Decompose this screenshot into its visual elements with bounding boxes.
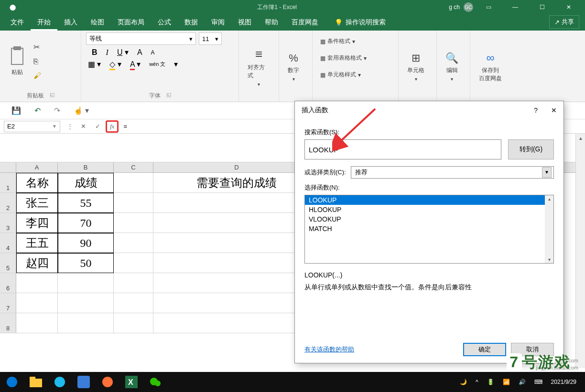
cut-icon[interactable]: ✂ [33,42,41,52]
battery-icon[interactable]: 🔋 [487,379,494,385]
table-format-button[interactable]: ▦套用表格格式 ▾ [317,52,369,64]
maximize-button[interactable]: ☐ [531,0,553,14]
cell[interactable] [58,313,114,333]
search-function-input[interactable] [304,139,501,159]
enter-formula-button[interactable]: ✓ [90,123,105,130]
copy-icon[interactable]: ⎘ [33,57,41,66]
col-header-A[interactable]: A [16,162,58,172]
editing-button[interactable]: 🔍编辑▾ [442,50,462,84]
format-painter-icon[interactable]: 🖌 [33,72,41,80]
function-list[interactable]: LOOKUP HLOOKUP VLOOKUP MATCH ▴▾ [304,195,554,264]
goto-button[interactable]: 转到(G) [508,139,554,159]
ime-icon[interactable]: ⌨ [534,379,542,385]
formula-input-start[interactable]: = [119,123,127,130]
tab-review[interactable]: 审阅 [205,14,231,31]
minimize-button[interactable]: — [504,0,527,14]
function-item[interactable]: LOOKUP [305,195,553,205]
tab-pagelayout[interactable]: 页面布局 [111,14,151,31]
tab-data[interactable]: 数据 [178,14,205,31]
cell[interactable] [114,273,153,293]
cell-styles-button[interactable]: ▦单元格样式 ▾ [317,69,364,81]
baidu-save-button[interactable]: ∞保存到 百度网盘 [475,49,506,85]
cell[interactable] [114,213,153,233]
tab-insert[interactable]: 插入 [57,14,84,31]
row-header[interactable]: 4 [0,233,16,253]
shrink-font-button[interactable]: A [151,49,155,56]
ribbon-options-icon[interactable]: ▭ [477,0,500,14]
cell[interactable] [16,313,58,333]
clipboard-launcher[interactable]: ◱ [50,92,54,100]
excel-taskbar-icon[interactable]: X [119,372,143,392]
ok-button[interactable]: 确定 [463,343,506,356]
bold-button[interactable]: B [92,48,98,57]
row-header[interactable]: 6 [0,273,16,293]
tab-formulas[interactable]: 公式 [151,14,178,31]
cell[interactable]: 李四 [16,213,58,233]
font-name-combo[interactable]: 等线▾ [86,32,196,45]
row-header[interactable]: 7 [0,293,16,313]
function-item[interactable]: VLOOKUP [305,214,553,224]
dialog-help-icon[interactable]: ? [534,106,538,114]
cell[interactable]: 90 [58,233,114,253]
font-color-button[interactable]: A ▾ [130,60,141,69]
category-combo[interactable]: 推荐 ▼ [351,166,554,179]
row-header[interactable]: 2 [0,193,16,213]
cell[interactable] [58,293,114,313]
list-scrollbar[interactable]: ▴▾ [545,195,553,263]
row-header[interactable]: 1 [0,173,16,193]
tray-expand-icon[interactable]: ^ [476,379,478,385]
close-button[interactable]: ✕ [557,0,580,14]
cell[interactable]: 赵四 [16,253,58,273]
phonetic-button[interactable]: wén 文 [149,62,165,67]
cell[interactable] [16,273,58,293]
row-header[interactable]: 5 [0,253,16,273]
tab-help[interactable]: 帮助 [258,14,285,31]
col-header-C[interactable]: C [114,162,153,172]
font-launcher[interactable]: ◱ [166,92,171,100]
tell-me[interactable]: 操作说明搜索 [346,18,386,27]
grow-font-button[interactable]: A [137,48,142,57]
conditional-format-button[interactable]: ▦条件格式 ▾ [317,35,358,47]
cancel-formula-button[interactable]: ✕ [76,123,90,130]
tab-view[interactable]: 视图 [231,14,258,31]
touch-mode-icon[interactable]: ☝ ▾ [74,106,89,115]
clock[interactable]: 2021/9/29 [551,379,576,385]
volume-icon[interactable]: 🔊 [519,379,526,385]
tab-baidu[interactable]: 百度网盘 [285,14,325,31]
undo-icon[interactable]: ↶ [34,106,41,115]
tab-home[interactable]: 开始 [31,14,57,31]
cell[interactable]: 70 [58,213,114,233]
firefox-icon[interactable] [96,372,119,392]
cell[interactable]: 王五 [16,233,58,253]
cell[interactable]: 50 [58,253,114,273]
cell[interactable] [114,173,153,193]
redo-icon[interactable]: ↷ [54,106,60,115]
cell[interactable] [114,253,153,273]
dialog-close-button[interactable]: ✕ [551,106,557,114]
row-header[interactable]: 3 [0,213,16,233]
function-item[interactable]: HLOOKUP [305,205,553,214]
explorer-icon[interactable] [24,372,48,392]
function-help-link[interactable]: 有关该函数的帮助 [304,345,354,354]
moon-icon[interactable]: 🌙 [460,379,467,385]
tab-file[interactable]: 文件 [4,14,31,31]
select-all-corner[interactable] [0,162,16,172]
cell[interactable] [58,273,114,293]
cell[interactable] [114,293,153,313]
number-button[interactable]: %数字▾ [284,50,303,84]
user-name[interactable]: g ch [449,4,460,11]
cell[interactable] [114,313,153,333]
cell[interactable] [114,233,153,253]
share-button[interactable]: ↗ 共享 [549,15,579,29]
cell[interactable] [16,293,58,313]
cell[interactable] [114,193,153,213]
vertical-scrollbar[interactable] [575,134,585,368]
col-header-B[interactable]: B [58,162,114,172]
ie-icon[interactable] [48,372,72,392]
wechat-icon[interactable] [143,372,167,392]
cell[interactable]: 张三 [16,193,58,213]
font-size-combo[interactable]: 11▾ [199,32,222,45]
save-icon[interactable]: 💾 [11,106,21,115]
italic-button[interactable]: I [106,48,108,57]
edge-icon[interactable] [0,372,24,392]
